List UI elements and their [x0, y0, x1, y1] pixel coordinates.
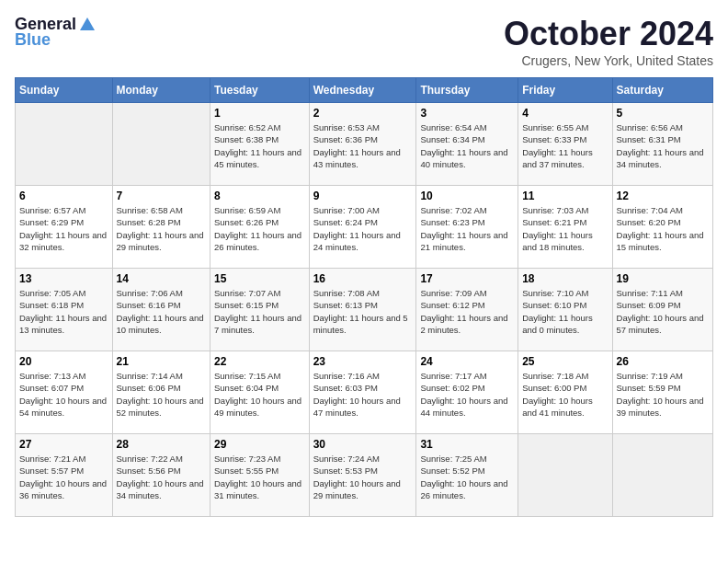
calendar-cell: 4Sunrise: 6:55 AMSunset: 6:33 PMDaylight…	[518, 103, 612, 186]
day-info: Daylight: 10 hours and 31 minutes.	[214, 477, 305, 502]
calendar-cell: 3Sunrise: 6:54 AMSunset: 6:34 PMDaylight…	[416, 103, 518, 186]
day-number: 18	[522, 272, 608, 285]
day-info: Sunset: 5:57 PM	[19, 465, 108, 477]
day-info: Sunrise: 7:02 AM	[420, 204, 514, 216]
day-info: Daylight: 11 hours and 24 minutes.	[313, 229, 413, 254]
day-info: Sunset: 6:12 PM	[420, 299, 514, 311]
day-number: 25	[522, 355, 608, 368]
day-info: Daylight: 10 hours and 41 minutes.	[522, 395, 608, 419]
day-number: 28	[117, 438, 206, 451]
calendar-week-row: 13Sunrise: 7:05 AMSunset: 6:18 PMDayligh…	[16, 269, 713, 351]
calendar-cell: 18Sunrise: 7:10 AMSunset: 6:10 PMDayligh…	[518, 269, 612, 351]
day-info: Daylight: 11 hours and 0 minutes.	[522, 312, 608, 337]
calendar-cell: 2Sunrise: 6:53 AMSunset: 6:36 PMDaylight…	[309, 103, 416, 186]
day-info: Sunset: 6:09 PM	[617, 299, 709, 311]
calendar-cell	[16, 103, 113, 186]
day-info: Sunset: 5:56 PM	[117, 465, 206, 477]
day-info: Sunrise: 7:23 AM	[214, 453, 305, 465]
day-info: Sunrise: 7:07 AM	[214, 287, 305, 299]
calendar-cell	[518, 434, 612, 517]
calendar-cell	[112, 103, 210, 186]
weekday-header: Saturday	[612, 78, 712, 103]
day-info: Sunset: 6:00 PM	[522, 382, 608, 394]
day-info: Sunrise: 6:52 AM	[214, 121, 305, 133]
day-info: Sunset: 6:03 PM	[313, 382, 413, 394]
day-info: Sunset: 6:07 PM	[19, 382, 108, 394]
day-info: Sunset: 6:38 PM	[214, 133, 305, 145]
day-info: Daylight: 11 hours and 18 minutes.	[522, 229, 608, 254]
calendar-cell: 28Sunrise: 7:22 AMSunset: 5:56 PMDayligh…	[112, 434, 210, 517]
day-info: Sunset: 5:52 PM	[420, 465, 514, 477]
day-info: Daylight: 11 hours and 13 minutes.	[19, 312, 108, 337]
day-info: Daylight: 11 hours and 32 minutes.	[19, 229, 108, 254]
day-info: Sunset: 6:36 PM	[313, 133, 413, 145]
title-section: October 2024 Crugers, New York, United S…	[504, 15, 713, 68]
day-info: Daylight: 10 hours and 49 minutes.	[214, 395, 305, 419]
day-info: Sunrise: 7:15 AM	[214, 370, 305, 382]
day-number: 19	[617, 272, 709, 285]
day-info: Sunrise: 6:58 AM	[117, 204, 206, 216]
day-number: 10	[420, 190, 514, 202]
day-number: 5	[617, 107, 709, 120]
day-info: Sunrise: 6:57 AM	[19, 204, 108, 216]
day-info: Daylight: 10 hours and 34 minutes.	[117, 477, 206, 502]
day-info: Sunset: 6:24 PM	[313, 216, 413, 228]
day-info: Daylight: 10 hours and 36 minutes.	[19, 477, 108, 502]
day-info: Sunrise: 7:06 AM	[117, 287, 206, 299]
day-info: Sunrise: 6:54 AM	[420, 121, 514, 133]
weekday-header: Tuesday	[210, 78, 310, 103]
calendar-week-row: 1Sunrise: 6:52 AMSunset: 6:38 PMDaylight…	[16, 103, 713, 186]
calendar-cell: 16Sunrise: 7:08 AMSunset: 6:13 PMDayligh…	[309, 269, 416, 351]
calendar-cell: 5Sunrise: 6:56 AMSunset: 6:31 PMDaylight…	[612, 103, 712, 186]
day-info: Sunrise: 7:10 AM	[522, 287, 608, 299]
day-number: 6	[19, 190, 108, 202]
day-info: Daylight: 10 hours and 54 minutes.	[19, 395, 108, 419]
calendar-cell: 14Sunrise: 7:06 AMSunset: 6:16 PMDayligh…	[112, 269, 210, 351]
day-info: Sunrise: 6:55 AM	[522, 121, 608, 133]
day-info: Sunrise: 7:08 AM	[313, 287, 413, 299]
day-info: Sunrise: 7:11 AM	[617, 287, 709, 299]
day-number: 9	[313, 190, 413, 202]
day-info: Sunrise: 6:53 AM	[313, 121, 413, 133]
day-info: Sunrise: 7:19 AM	[617, 370, 709, 382]
day-info: Sunrise: 7:24 AM	[313, 453, 413, 465]
day-info: Sunset: 6:18 PM	[19, 299, 108, 311]
day-info: Sunrise: 7:18 AM	[522, 370, 608, 382]
weekday-header: Friday	[518, 78, 612, 103]
day-info: Sunset: 5:59 PM	[617, 382, 709, 394]
day-info: Sunset: 6:26 PM	[214, 216, 305, 228]
day-info: Sunset: 6:29 PM	[19, 216, 108, 228]
calendar-week-row: 27Sunrise: 7:21 AMSunset: 5:57 PMDayligh…	[16, 434, 713, 517]
calendar-cell: 17Sunrise: 7:09 AMSunset: 6:12 PMDayligh…	[416, 269, 518, 351]
day-info: Sunrise: 7:22 AM	[117, 453, 206, 465]
day-info: Daylight: 11 hours and 40 minutes.	[420, 146, 514, 171]
day-number: 16	[313, 272, 413, 285]
calendar-cell: 12Sunrise: 7:04 AMSunset: 6:20 PMDayligh…	[612, 186, 712, 269]
day-info: Sunrise: 7:09 AM	[420, 287, 514, 299]
day-number: 15	[214, 272, 305, 285]
calendar-cell: 27Sunrise: 7:21 AMSunset: 5:57 PMDayligh…	[16, 434, 113, 517]
day-info: Sunset: 6:06 PM	[117, 382, 206, 394]
day-info: Sunset: 5:53 PM	[313, 465, 413, 477]
calendar-cell: 21Sunrise: 7:14 AMSunset: 6:06 PMDayligh…	[112, 351, 210, 434]
day-number: 14	[117, 272, 206, 285]
day-info: Daylight: 10 hours and 26 minutes.	[420, 477, 514, 502]
day-info: Daylight: 11 hours and 2 minutes.	[420, 312, 514, 337]
day-info: Daylight: 10 hours and 47 minutes.	[313, 395, 413, 419]
day-info: Sunrise: 7:05 AM	[19, 287, 108, 299]
day-number: 7	[117, 190, 206, 202]
day-info: Sunset: 6:28 PM	[117, 216, 206, 228]
day-number: 31	[420, 438, 514, 451]
day-number: 29	[214, 438, 305, 451]
day-info: Daylight: 11 hours and 37 minutes.	[522, 146, 608, 171]
day-info: Daylight: 10 hours and 29 minutes.	[313, 477, 413, 502]
day-number: 20	[19, 355, 108, 368]
day-number: 27	[19, 438, 108, 451]
day-info: Sunrise: 7:21 AM	[19, 453, 108, 465]
day-number: 22	[214, 355, 305, 368]
day-info: Sunrise: 6:56 AM	[617, 121, 709, 133]
calendar-cell: 29Sunrise: 7:23 AMSunset: 5:55 PMDayligh…	[210, 434, 310, 517]
day-info: Daylight: 11 hours and 5 minutes.	[313, 312, 413, 337]
calendar-cell	[612, 434, 712, 517]
calendar-cell: 9Sunrise: 7:00 AMSunset: 6:24 PMDaylight…	[309, 186, 416, 269]
